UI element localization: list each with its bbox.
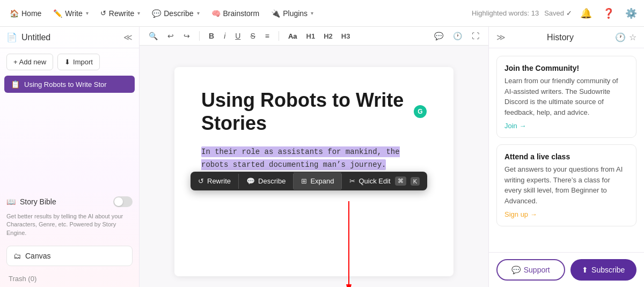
rewrite-icon: ↺ (100, 9, 106, 17)
canvas-icon: 🗂 (13, 252, 21, 260)
right-panel-header: ≫ History 🕐 ☆ (489, 27, 644, 48)
search-icon[interactable]: 🔍 (146, 30, 160, 42)
brainstorm-icon: 🧠 (211, 9, 221, 18)
help-button[interactable]: ❓ (600, 5, 617, 22)
context-menu: ↺ Rewrite 💬 Describe ⊞ Expand (191, 172, 427, 190)
underline-button[interactable]: U (232, 30, 243, 42)
grammarly-icon[interactable]: G (414, 105, 427, 118)
doc-list-icon: 📋 (11, 80, 20, 89)
canvas-item[interactable]: 🗂 Canvas (6, 246, 133, 266)
doc-title: Using Robots to Write Stories G (201, 89, 427, 135)
italic-button[interactable]: i (221, 30, 228, 42)
ctx-describe-button[interactable]: 💬 Describe (239, 172, 293, 190)
plugins-chevron-icon: ▾ (311, 10, 313, 16)
live-class-card-title: Attend a live class (504, 152, 628, 161)
nav-rewrite[interactable]: ↺ Rewrite ▾ (95, 6, 145, 21)
live-class-card: Attend a live class Get answers to your … (496, 144, 636, 226)
history-star-icon[interactable]: ☆ (629, 32, 636, 42)
nav-right: Highlighted words: 13 Saved ✓ 🔔 ❓ ⚙️ (472, 5, 640, 22)
community-card-title: Join the Community! (504, 64, 628, 72)
comment-icon[interactable]: 💬 (431, 30, 446, 42)
support-button[interactable]: 💬 Support (496, 259, 565, 281)
h2-button[interactable]: H2 (321, 31, 335, 42)
expand-icon[interactable]: ⛶ (469, 30, 482, 42)
story-bible-description: Get better results by telling the AI abo… (0, 212, 139, 241)
signup-link[interactable]: Sign up → (504, 210, 537, 218)
ctx-quick-edit-icon: ✂ (349, 177, 355, 185)
sidebar-title: 📄 Untitled (6, 32, 50, 42)
nav-write[interactable]: ✏️ Write ▾ (48, 6, 93, 21)
ctx-describe-icon: 💬 (246, 177, 255, 185)
list-button[interactable]: ≡ (262, 30, 272, 42)
describe-icon: 💬 (152, 9, 161, 18)
shortcut-key2: K (411, 177, 420, 186)
ctx-expand-icon: ⊞ (301, 177, 307, 185)
subscribe-button[interactable]: ⬆ Subscribe (570, 259, 637, 281)
svg-marker-1 (346, 284, 352, 287)
import-button[interactable]: ⬇ Import (57, 54, 100, 70)
highlighted-words-label: Highlighted words: 13 (472, 9, 539, 17)
redo-icon[interactable]: ↪ (181, 30, 193, 42)
import-icon: ⬇ (64, 58, 70, 66)
community-card: Join the Community! Learn from our frien… (496, 56, 636, 138)
story-bible-icon: 📖 (6, 197, 16, 206)
highlighted-text: In their role as assistants for mankind,… (201, 146, 400, 170)
nav-brainstorm[interactable]: 🧠 Brainstorm (206, 6, 265, 21)
right-panel-expand-icon[interactable]: ≫ (496, 32, 506, 42)
editor-content: Using Robots to Write Stories G In their… (140, 46, 488, 287)
active-doc-item[interactable]: 📋 Using Robots to Write Stor (4, 76, 135, 93)
settings-button[interactable]: ⚙️ (623, 5, 640, 22)
trash-item[interactable]: Trash (0) (0, 270, 139, 287)
h1-button[interactable]: H1 (304, 31, 318, 42)
editor-area: 🔍 ↩ ↪ B i U S ≡ Aa H1 H2 H3 💬 🕐 ⛶ Using … (140, 27, 488, 287)
right-panel-body: Join the Community! Learn from our frien… (489, 48, 644, 252)
doc-icon: 📄 (6, 32, 17, 42)
ctx-rewrite-icon: ↺ (198, 177, 204, 185)
story-bible-label: 📖 Story Bible (6, 197, 56, 206)
editor-toolbar: 🔍 ↩ ↪ B i U S ≡ Aa H1 H2 H3 💬 🕐 ⛶ (140, 27, 488, 46)
saved-check-icon: ✓ (566, 9, 572, 17)
top-nav: 🏠 Home ✏️ Write ▾ ↺ Rewrite ▾ 💬 Describe… (0, 0, 644, 27)
nav-describe[interactable]: 💬 Describe ▾ (147, 6, 204, 21)
home-icon: 🏠 (10, 9, 19, 18)
notifications-button[interactable]: 🔔 (577, 5, 595, 22)
plugins-icon: 🔌 (271, 9, 280, 18)
join-link[interactable]: Join → (504, 122, 526, 130)
undo-icon[interactable]: ↩ (165, 30, 177, 42)
sidebar-header: 📄 Untitled ≪ (0, 27, 139, 48)
subscribe-icon: ⬆ (582, 266, 588, 274)
nav-home[interactable]: 🏠 Home (4, 6, 47, 21)
write-chevron-icon: ▾ (86, 10, 89, 16)
write-icon: ✏️ (53, 9, 62, 18)
story-bible-row: 📖 Story Bible (6, 191, 133, 212)
sidebar-actions: + Add new ⬇ Import (0, 48, 139, 76)
highlighted-paragraph: In their role as assistants for mankind,… (201, 145, 427, 171)
editor-doc: Using Robots to Write Stories G In their… (174, 67, 453, 276)
live-class-card-body: Get answers to your questions from AI wr… (504, 164, 628, 206)
sidebar: 📄 Untitled ≪ + Add new ⬇ Import 📋 Using … (0, 27, 140, 287)
ctx-expand-button[interactable]: ⊞ Expand (294, 172, 341, 190)
h3-button[interactable]: H3 (339, 31, 353, 42)
saved-badge: Saved ✓ (544, 9, 572, 17)
shortcut-key1: ⌘ (395, 176, 406, 186)
right-panel-title: History (506, 33, 615, 42)
history-clock-icon[interactable]: 🕐 (615, 32, 626, 42)
ctx-quick-edit-button[interactable]: ✂ Quick Edit ⌘ K (342, 172, 427, 190)
sidebar-collapse-icon[interactable]: ≪ (123, 32, 133, 42)
right-panel-icons: 🕐 ☆ (615, 32, 636, 42)
nav-plugins[interactable]: 🔌 Plugins ▾ (266, 6, 319, 21)
history-icon[interactable]: 🕐 (450, 30, 465, 42)
community-card-body: Learn from our friendly community of AI-… (504, 76, 628, 117)
arrow-indicator (333, 201, 365, 287)
story-bible-toggle[interactable] (113, 196, 133, 207)
support-icon: 💬 (511, 266, 521, 274)
bold-button[interactable]: B (206, 30, 217, 42)
ctx-rewrite-button[interactable]: ↺ Rewrite (191, 172, 238, 190)
rewrite-chevron-icon: ▾ (137, 10, 140, 16)
describe-chevron-icon: ▾ (197, 10, 200, 16)
add-new-button[interactable]: + Add new (6, 54, 53, 70)
right-panel-footer: 💬 Support ⬆ Subscribe (489, 252, 644, 287)
story-bible-section: 📖 Story Bible Get better results by tell… (0, 191, 139, 241)
strikethrough-button[interactable]: S (247, 30, 258, 42)
font-size-button[interactable]: Aa (286, 31, 300, 42)
